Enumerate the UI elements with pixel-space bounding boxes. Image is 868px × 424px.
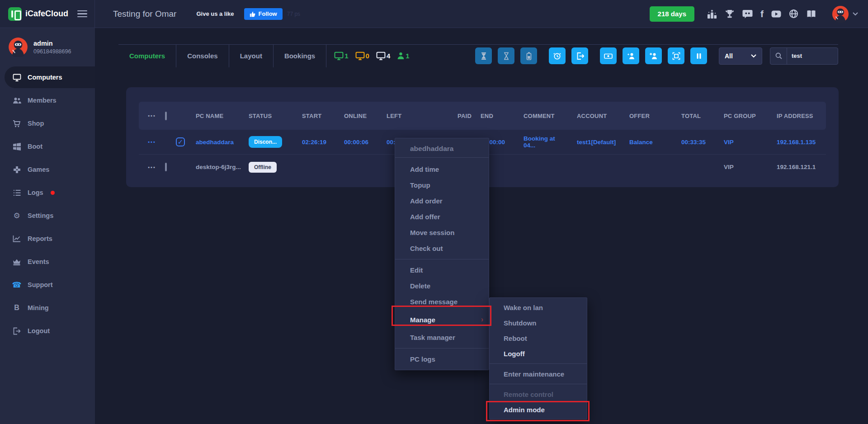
offer-cell: Balance	[620, 139, 672, 146]
tab-bookings[interactable]: Bookings	[274, 45, 326, 67]
menu-item-add-order[interactable]: Add order	[395, 193, 489, 209]
add-member-star-button[interactable]	[623, 47, 639, 64]
row-actions-icon: •••	[139, 113, 165, 118]
battery-button[interactable]	[520, 47, 537, 64]
submenu-item-shutdown[interactable]: Shutdown	[490, 315, 587, 330]
sidebar-user[interactable]: admin 096184988696	[0, 28, 95, 65]
book-icon[interactable]	[806, 9, 816, 19]
menu-item-delete[interactable]: Delete	[395, 278, 489, 294]
status-counters: 1 0 4 1	[334, 52, 409, 60]
hourglass-filled-button[interactable]	[475, 47, 492, 64]
tab-consoles[interactable]: Consoles	[176, 45, 229, 67]
tab-layout[interactable]: Layout	[229, 45, 274, 67]
avatar	[8, 37, 28, 57]
sidebar-item-boot[interactable]: Boot	[0, 136, 95, 157]
total-cell: 00:33:35	[672, 139, 715, 146]
add-member-button[interactable]	[645, 47, 662, 64]
sidebar-item-reports[interactable]: Reports	[0, 228, 95, 250]
sidebar-item-settings[interactable]: ⚙ Settings	[0, 205, 95, 226]
brand-name: iCafeCloud	[25, 9, 68, 19]
sidebar-item-games[interactable]: Games	[0, 159, 95, 180]
hourglass-outline-button[interactable]	[498, 47, 514, 64]
sidebar-item-shop[interactable]: Shop	[0, 113, 95, 134]
bitcoin-icon: B	[12, 304, 21, 312]
facebook-icon[interactable]: f	[760, 9, 764, 19]
menu-item-edit[interactable]: Edit	[395, 262, 489, 278]
monitor-offline-counter[interactable]: 4	[376, 52, 390, 60]
row-actions-icon[interactable]: •••	[139, 165, 165, 170]
cash-button[interactable]	[600, 47, 617, 64]
tab-computers[interactable]: Computers	[118, 45, 176, 67]
discord-icon[interactable]	[742, 9, 753, 19]
monitor-icon	[12, 74, 21, 81]
menu-item-topup[interactable]: Topup	[395, 177, 489, 193]
pc-context-menu: abedhaddara Add time Topup Add order Add…	[395, 138, 489, 370]
facebook-follow-button[interactable]: Follow	[244, 8, 283, 20]
manage-submenu: Wake on lan Shutdown Reboot Logoff Enter…	[489, 297, 587, 419]
ip-cell: 192.168.121.1	[768, 164, 826, 170]
sidebar-item-computers[interactable]: Computers	[5, 66, 95, 88]
members-icon	[12, 97, 21, 104]
menu-item-check-out[interactable]: Check out	[395, 240, 489, 256]
pc-name-cell[interactable]: abedhaddara	[196, 139, 249, 146]
submenu-item-remote-control[interactable]: Remote control	[490, 386, 587, 402]
status-badge: Discon...	[249, 136, 282, 148]
table-header: ••• PC NAME STATUS START ONLINE LEFT PAI…	[139, 102, 826, 130]
monitor-online-counter[interactable]: 1	[334, 52, 348, 60]
submenu-arrow-icon: ›	[481, 316, 483, 324]
divider	[490, 384, 587, 384]
hamburger-menu-icon[interactable]	[77, 9, 87, 19]
gear-icon: ⚙	[12, 212, 21, 220]
user-name: admin	[33, 40, 71, 47]
windows-icon	[12, 143, 21, 151]
globe-icon[interactable]	[789, 9, 798, 19]
user-menu[interactable]	[832, 5, 858, 23]
row-actions-icon[interactable]: •••	[139, 139, 165, 145]
youtube-icon[interactable]	[771, 10, 781, 18]
menu-item-move-session[interactable]: Move session	[395, 225, 489, 240]
sidebar-item-events[interactable]: Events	[0, 251, 95, 273]
submenu-item-admin-mode[interactable]: Admin mode	[490, 402, 587, 417]
select-all-checkbox[interactable]	[165, 113, 196, 119]
menu-item-add-offer[interactable]: Add offer	[395, 209, 489, 225]
alert-dot	[51, 191, 55, 195]
submenu-item-enter-maintenance[interactable]: Enter maintenance	[490, 366, 587, 382]
row-checkbox[interactable]	[165, 164, 196, 170]
list-icon	[12, 189, 21, 196]
sign-out-button[interactable]	[571, 47, 588, 64]
row-checkbox[interactable]: ✓	[165, 137, 196, 146]
divider	[395, 348, 489, 349]
menu-item-send-message[interactable]: Send message	[395, 294, 489, 310]
menu-item-manage[interactable]: Manage ›	[395, 311, 489, 329]
sidebar-item-logs[interactable]: Logs	[0, 182, 95, 203]
trophy-icon[interactable]	[725, 9, 735, 19]
search-input[interactable]	[787, 48, 838, 64]
menu-item-add-time[interactable]: Add time	[395, 161, 489, 177]
pause-button[interactable]	[690, 47, 707, 64]
sidebar-item-logout[interactable]: Logout	[0, 320, 95, 342]
submenu-item-logoff[interactable]: Logoff	[490, 346, 587, 361]
sidebar-item-mining[interactable]: B Mining	[0, 297, 95, 319]
thumb-up-icon	[250, 11, 256, 17]
avatar	[832, 5, 849, 23]
sidebar: admin 096184988696 Computers Members Sho…	[0, 28, 95, 424]
chevron-down-icon	[751, 54, 756, 58]
user-id: 096184988696	[33, 48, 71, 55]
podium-icon[interactable]	[707, 9, 717, 19]
sidebar-item-members[interactable]: Members	[0, 90, 95, 111]
member-online-counter[interactable]: 1	[397, 52, 409, 60]
submenu-item-reboot[interactable]: Reboot	[490, 330, 587, 346]
actions-toolbar: All	[469, 47, 838, 65]
alarm-button[interactable]	[549, 47, 566, 64]
pc-name-cell[interactable]: desktop-6j3rg...	[196, 164, 249, 170]
monitor-busy-counter[interactable]: 0	[355, 52, 369, 60]
license-days-button[interactable]: 218 days	[650, 6, 694, 22]
search-icon	[770, 48, 787, 64]
menu-item-pc-logs[interactable]: PC logs	[395, 351, 489, 367]
pc-filter-select[interactable]: All	[719, 47, 762, 65]
like-prompt: Give us a like	[196, 10, 234, 17]
menu-item-task-manager[interactable]: Task manager	[395, 330, 489, 345]
submenu-item-wake-on-lan[interactable]: Wake on lan	[490, 300, 587, 315]
sidebar-item-support[interactable]: ☎ Support	[0, 274, 95, 296]
screenshot-button[interactable]	[668, 47, 684, 64]
